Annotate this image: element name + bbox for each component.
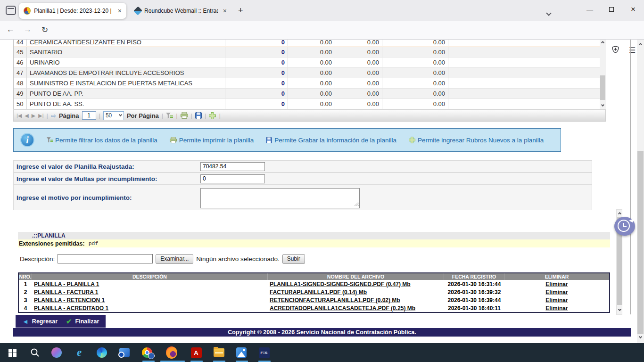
last-page-icon[interactable]: ▶| [38,113,43,119]
delete-link[interactable]: Eliminar [545,281,568,288]
row-value: 0.00 [335,78,382,88]
maximize-button[interactable] [601,0,622,19]
grid-row[interactable]: 49 PUNTO DE AA. PP. 0 0.00 0.00 0.00 [14,89,605,99]
save-icon[interactable] [195,112,202,119]
reajustada-input[interactable] [200,162,265,171]
filter-icon[interactable] [166,113,173,119]
chrome-icon[interactable] [141,347,153,358]
per-page-select[interactable]: 50 [103,111,124,120]
file-explorer-icon[interactable] [213,347,224,358]
row-qty: 0 [225,89,288,99]
new-tab-button[interactable]: + [238,6,243,16]
next-page-icon[interactable]: ▶ [32,113,35,119]
file-description-link[interactable]: PLANILLA - FACTURA 1 [34,289,98,296]
search-icon[interactable] [29,347,41,358]
file-description-link[interactable]: PLANILLA - ACREDITADO 1 [34,305,108,312]
delete-link[interactable]: Eliminar [545,305,568,312]
upload-button[interactable]: Subir [282,254,305,264]
ecuador-crest-favicon [24,7,31,15]
fes-app-icon[interactable]: F≡S [258,347,270,358]
edge-icon[interactable] [96,347,107,358]
tab-planilla[interactable]: Planilla1 | Desde: 2023-12-20 | H × [19,3,126,19]
motivo-label: Ingrese el motivo por incumplimiento: [14,194,198,201]
row-value: 0.00 [382,89,448,99]
add-row-icon[interactable] [209,112,216,119]
file-description-link[interactable]: PLANILLA - PLANILLA 1 [34,281,99,288]
file-name-link[interactable]: FACTURAPLANILLA1.PDF (0.14) Mb [270,289,367,296]
file-row: 3 PLANILLA - RETENCION 1 RETENCIONFACTUR… [19,296,609,304]
multas-input[interactable] [200,174,265,183]
scroll-up-icon[interactable] [600,40,606,46]
tab-roundcube[interactable]: Roundcube Webmail :: Entrada × [130,3,231,19]
scroll-down-icon[interactable] [637,335,644,341]
row-qty: 0 [225,58,288,67]
file-name-link[interactable]: RETENCIONFACTURAPLANILLA1.PDF (0.02) Mb [270,297,400,304]
finalizar-button[interactable]: ✔ Finalizar [59,315,106,328]
file-name-link[interactable]: ACREDITADOPLANILLA1CASADETEJA.PDF (0.25)… [270,305,415,312]
form-row-reajustada: Ingrese el valor de Planilla Reajustada: [13,160,592,173]
minimize-button[interactable]: — [579,0,601,19]
acrobat-icon[interactable]: A [190,347,202,358]
row-value: 0.00 [335,89,382,99]
grid-row[interactable]: 47 LAVAMANOS DE EMPOTRAR INCLUYE ACCESOR… [14,68,605,78]
grid-row[interactable]: 46 URINARIO 0 0.00 0.00 0.00 [14,58,605,68]
row-value: 0.00 [288,40,335,46]
row-value: 0.00 [335,40,382,46]
help-item-save: Permite Grabar la información de la plan… [266,137,396,144]
scroll-down-icon[interactable] [617,307,623,313]
row-qty: 0 [225,40,288,46]
extension-icon[interactable] [612,46,619,53]
prev-page-icon[interactable]: ◀ [25,113,28,119]
browse-button[interactable]: Examinar... [156,254,193,264]
frame-border [630,40,631,314]
description-input[interactable] [58,254,153,263]
file-name-link[interactable]: PLANILLA1-SIGNED-SIGNED-SIGNED.PDF (0.47… [270,281,411,288]
copilot-icon[interactable] [51,347,62,358]
row-description: LAVAMANOS DE EMPOTRAR INCLUYE ACCESORIOS [27,68,225,78]
forward-icon[interactable]: → [24,25,32,34]
grid-row[interactable]: 50 PUNTO DE AA. SS. 0 0.00 0.00 0.00 [14,99,605,109]
pagination-bar: |◀ ◀ ▶ ▶| | ⇨ Página | 50 Por Página | |… [13,109,606,122]
row-value: 0.00 [382,47,448,57]
internet-explorer-icon[interactable]: e [74,347,85,358]
floating-timer-widget[interactable] [613,216,636,237]
add-icon [409,137,415,143]
extensions-value: pdf [89,240,99,247]
delete-link[interactable]: Eliminar [545,297,568,304]
delete-link[interactable]: Eliminar [545,289,568,296]
grid-scrollbar[interactable] [600,40,606,109]
photos-icon[interactable] [236,347,247,358]
page-scrollbar[interactable] [637,40,644,343]
first-page-icon[interactable]: |◀ [17,113,22,119]
regresar-button[interactable]: ◄ Regresar [16,315,64,328]
close-window-button[interactable]: × [622,0,644,19]
roundcube-favicon [133,6,142,15]
row-value: 0.00 [335,58,382,67]
scroll-up-icon[interactable] [637,41,644,48]
file-description-link[interactable]: PLANILLA - RETENCION 1 [34,297,105,304]
row-value: 0.00 [288,78,335,88]
list-tabs-chevron-icon[interactable] [547,8,551,17]
grid-row[interactable]: 48 SUMINISTRO E INSTALACION DE PUERTAS M… [14,78,605,89]
firefox-icon[interactable] [166,347,177,358]
goto-page-icon[interactable]: ⇨ [51,112,56,119]
row-value: 0.00 [288,89,335,99]
outlook-icon[interactable] [119,347,130,358]
scrollbar-thumb[interactable] [637,151,644,334]
row-number: 44 [14,40,27,46]
motivo-textarea[interactable] [200,188,360,208]
firefox-view-icon[interactable] [6,6,16,15]
back-icon[interactable]: ← [7,25,15,34]
scrollbar-thumb[interactable] [600,75,605,100]
print-icon[interactable] [181,112,188,119]
grid-row[interactable]: 44 CERAMICA ANTIDESLIZANTE EN PISO 0 0.0… [14,40,605,47]
tab-close-icon[interactable]: × [118,7,122,15]
reload-icon[interactable]: ↻ [41,25,48,35]
tab-close-icon[interactable]: × [223,7,227,15]
tab-title: Planilla1 | Desde: 2023-12-20 | H [34,8,113,14]
start-button[interactable] [7,347,18,358]
page-number-input[interactable] [82,111,96,120]
grid-row[interactable]: 45 SANITARIO 0 0.00 0.00 0.00 [14,47,605,58]
row-value: 0.00 [382,68,448,78]
scroll-down-icon[interactable] [600,103,606,109]
